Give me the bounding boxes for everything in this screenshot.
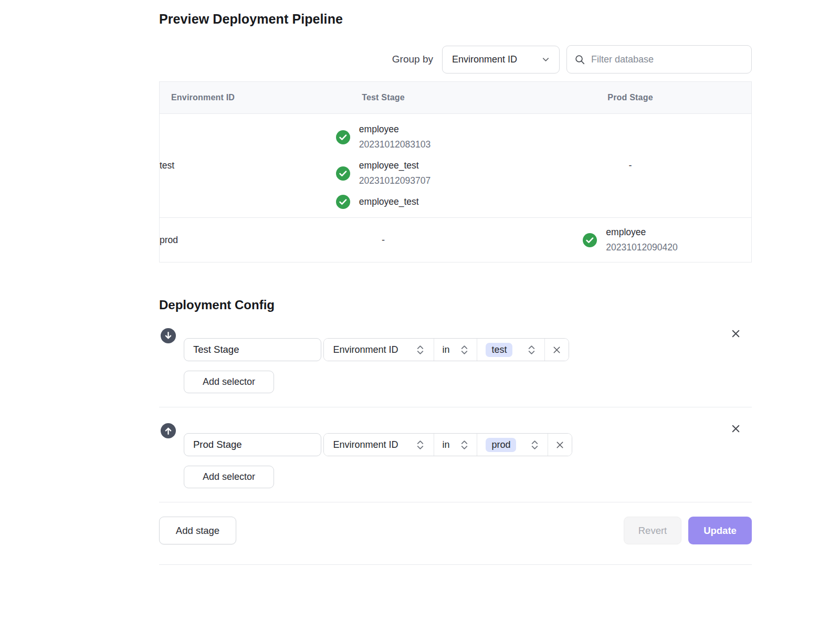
group-by-value: Environment ID bbox=[452, 54, 517, 65]
selector-value-select[interactable]: test bbox=[477, 339, 545, 361]
test-stage-cell: employee 20231012083103 employee_test 20… bbox=[257, 114, 509, 218]
prod-stage-cell: - bbox=[509, 114, 751, 218]
selector-value-select[interactable]: prod bbox=[477, 434, 548, 456]
updown-chevron-icon bbox=[527, 344, 536, 355]
stage-name-input[interactable] bbox=[184, 338, 321, 361]
updown-chevron-icon bbox=[416, 344, 425, 355]
group-by-label: Group by bbox=[392, 54, 433, 65]
column-header-prod-stage: Prod Stage bbox=[509, 82, 751, 114]
deployment-pipeline-page: Preview Deployment Pipeline Group by Env… bbox=[159, 0, 752, 565]
success-check-icon bbox=[583, 233, 597, 247]
database-name: employee_test bbox=[359, 194, 419, 209]
page-title: Preview Deployment Pipeline bbox=[159, 12, 752, 27]
updown-chevron-icon bbox=[530, 439, 539, 450]
selector-key-select[interactable]: Environment ID bbox=[324, 339, 434, 361]
database-version: 20231012083103 bbox=[359, 137, 430, 152]
selector-key-value: Environment ID bbox=[333, 439, 398, 450]
stage-name-input[interactable] bbox=[184, 433, 321, 456]
add-stage-button[interactable]: Add stage bbox=[159, 517, 236, 544]
database-name: employee_test bbox=[359, 158, 430, 173]
close-icon bbox=[555, 440, 565, 450]
close-icon bbox=[552, 345, 562, 355]
search-icon bbox=[574, 54, 585, 65]
database-name: employee bbox=[359, 122, 430, 137]
remove-selector-button[interactable] bbox=[548, 434, 572, 456]
deployment-config-title: Deployment Config bbox=[159, 298, 752, 312]
table-row: prod - employee 20231012090420 bbox=[160, 218, 751, 262]
environment-id-cell: prod bbox=[160, 218, 257, 262]
selector-row: Environment ID in prod bbox=[323, 433, 572, 456]
updown-chevron-icon bbox=[460, 439, 469, 450]
filter-database-search[interactable] bbox=[566, 45, 752, 74]
selector-operator-select[interactable]: in bbox=[434, 434, 477, 456]
selector-value-pill: prod bbox=[486, 438, 516, 452]
bottom-divider bbox=[159, 564, 752, 565]
test-stage-cell: - bbox=[257, 218, 509, 262]
pipeline-table: Environment ID Test Stage Prod Stage tes… bbox=[159, 81, 752, 262]
table-row: test employee 20231012083103 employee_te… bbox=[160, 114, 751, 218]
database-entry: employee 20231012083103 bbox=[336, 122, 430, 152]
arrow-up-circle-icon bbox=[161, 423, 176, 438]
database-entry: employee_test 20231012093707 bbox=[336, 158, 430, 188]
updown-chevron-icon bbox=[460, 344, 469, 355]
chevron-down-icon bbox=[541, 55, 551, 65]
remove-selector-button[interactable] bbox=[545, 339, 569, 361]
success-check-icon bbox=[336, 166, 350, 181]
add-selector-button[interactable]: Add selector bbox=[184, 466, 274, 488]
revert-button[interactable]: Revert bbox=[624, 517, 681, 544]
add-selector-button[interactable]: Add selector bbox=[184, 371, 274, 393]
stage-test-config: Environment ID in test Add selector bbox=[159, 312, 752, 407]
success-check-icon bbox=[336, 195, 350, 209]
update-button[interactable]: Update bbox=[688, 517, 752, 544]
close-icon bbox=[730, 328, 741, 339]
environment-id-cell: test bbox=[160, 114, 257, 218]
selector-operator-select[interactable]: in bbox=[434, 339, 477, 361]
selector-key-select[interactable]: Environment ID bbox=[324, 434, 434, 456]
close-icon bbox=[730, 423, 741, 434]
updown-chevron-icon bbox=[416, 439, 425, 450]
database-entry: employee_test bbox=[336, 194, 419, 209]
database-version: 20231012090420 bbox=[606, 240, 677, 255]
arrow-down-circle-icon bbox=[161, 328, 176, 343]
selector-operator-value: in bbox=[442, 344, 449, 355]
config-footer: Add stage Revert Update bbox=[159, 502, 752, 544]
toolbar: Group by Environment ID bbox=[159, 45, 752, 74]
group-by-select[interactable]: Environment ID bbox=[442, 46, 560, 74]
remove-stage-button[interactable] bbox=[729, 422, 742, 435]
selector-row: Environment ID in test bbox=[323, 338, 569, 361]
database-version: 20231012093707 bbox=[359, 173, 430, 188]
database-entry: employee 20231012090420 bbox=[583, 225, 677, 255]
remove-stage-button[interactable] bbox=[729, 327, 742, 340]
column-header-test-stage: Test Stage bbox=[257, 82, 509, 114]
empty-stage-placeholder: - bbox=[382, 235, 385, 245]
empty-stage-placeholder: - bbox=[629, 160, 632, 171]
column-header-environment-id: Environment ID bbox=[160, 82, 257, 114]
prod-stage-cell: employee 20231012090420 bbox=[509, 218, 751, 262]
search-input[interactable] bbox=[591, 54, 744, 65]
selector-value-pill: test bbox=[486, 343, 512, 357]
database-name: employee bbox=[606, 225, 677, 240]
selector-operator-value: in bbox=[442, 439, 449, 450]
selector-key-value: Environment ID bbox=[333, 344, 398, 355]
success-check-icon bbox=[336, 130, 350, 144]
stage-prod-config: Environment ID in prod Add selector bbox=[159, 407, 752, 502]
